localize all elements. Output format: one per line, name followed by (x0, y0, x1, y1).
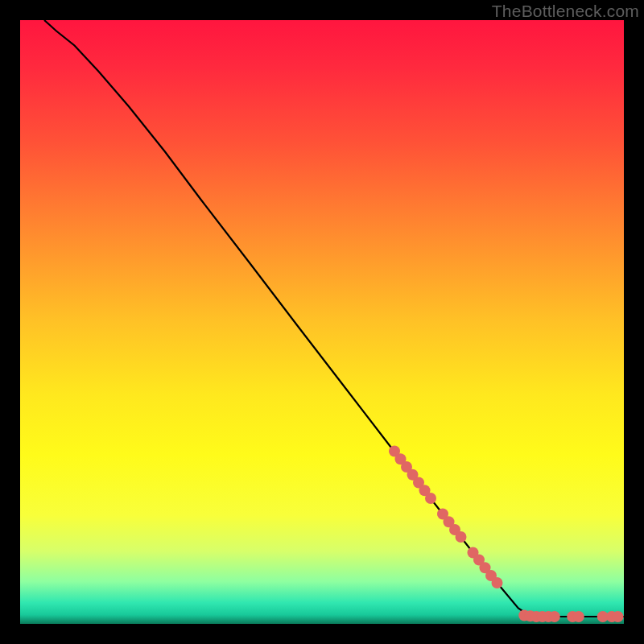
chart-svg (20, 20, 624, 624)
watermark-text: TheBottleneck.com (492, 2, 639, 21)
data-marker (573, 611, 584, 622)
data-marker (549, 611, 560, 622)
data-marker (425, 493, 436, 504)
data-marker (613, 611, 624, 622)
gradient-background (20, 20, 624, 624)
plot-area (20, 20, 624, 624)
chart-frame: TheBottleneck.com (0, 0, 644, 644)
data-marker (456, 531, 467, 543)
data-marker (492, 577, 503, 588)
